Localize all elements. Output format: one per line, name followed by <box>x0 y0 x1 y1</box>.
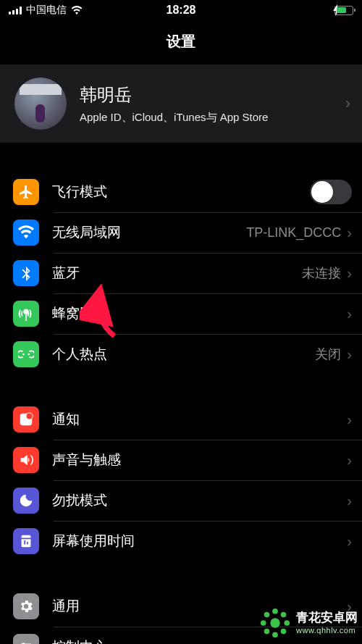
wifi-row[interactable]: 无线局域网TP-LINK_DCCC› <box>0 212 362 253</box>
signal-icon <box>9 6 22 14</box>
general-icon <box>13 593 39 619</box>
hotspot-row[interactable]: 个人热点关闭› <box>0 334 362 375</box>
hotspot-value: 关闭 <box>315 346 341 363</box>
screentime-icon <box>13 528 39 554</box>
cellular-icon <box>13 301 39 327</box>
screentime-row[interactable]: 屏幕使用时间› <box>0 521 362 561</box>
chevron-right-icon: › <box>345 94 350 113</box>
notifications-icon <box>13 406 39 432</box>
status-left: 中国电信 <box>9 4 83 17</box>
svg-point-8 <box>281 629 287 635</box>
carrier-label: 中国电信 <box>26 4 67 17</box>
dnd-row[interactable]: 勿扰模式› <box>0 480 362 521</box>
bluetooth-value: 未连接 <box>302 264 341 282</box>
sounds-row[interactable]: 声音与触感› <box>0 440 362 480</box>
account-row[interactable]: 韩明岳 Apple ID、iCloud、iTunes与 App Store › <box>0 64 362 143</box>
chevron-right-icon: › <box>347 411 352 428</box>
wifi-status-icon <box>71 4 83 17</box>
settings-group: 通知›声音与触感›勿扰模式›屏幕使用时间› <box>0 399 362 561</box>
airplane-label: 飞行模式 <box>52 183 310 201</box>
watermark-brand: 青花安卓网 <box>296 611 358 625</box>
screentime-label: 屏幕使用时间 <box>52 532 347 551</box>
watermark-url: www.qhhlv.com <box>296 626 358 635</box>
svg-point-1 <box>272 609 278 614</box>
avatar <box>14 78 67 130</box>
battery-icon <box>334 6 353 15</box>
account-name: 韩明岳 <box>80 83 332 106</box>
notifications-row[interactable]: 通知› <box>0 399 362 440</box>
chevron-right-icon: › <box>347 265 352 282</box>
account-subtitle: Apple ID、iCloud、iTunes与 App Store <box>80 111 332 125</box>
svg-point-2 <box>272 632 278 637</box>
airplane-toggle[interactable] <box>310 180 352 204</box>
notifications-label: 通知 <box>52 410 347 429</box>
chevron-right-icon: › <box>347 452 352 469</box>
page-title: 设置 <box>0 20 362 64</box>
wifi-icon <box>13 219 39 246</box>
svg-point-7 <box>264 629 270 635</box>
hotspot-label: 个人热点 <box>52 345 315 364</box>
dnd-icon <box>13 488 39 514</box>
status-bar: 中国电信 18:28 <box>0 0 362 20</box>
chevron-right-icon: › <box>347 533 352 550</box>
settings-group: 飞行模式无线局域网TP-LINK_DCCC›蓝牙未连接›蜂窝网络›个人热点关闭› <box>0 172 362 375</box>
controlcenter-icon <box>13 634 39 644</box>
cellular-label: 蜂窝网络 <box>52 304 347 323</box>
airplane-row[interactable]: 飞行模式 <box>0 172 362 212</box>
bluetooth-icon <box>13 260 39 286</box>
svg-point-0 <box>270 618 279 627</box>
chevron-right-icon: › <box>347 493 352 509</box>
bluetooth-label: 蓝牙 <box>52 264 302 283</box>
bluetooth-row[interactable]: 蓝牙未连接› <box>0 253 362 293</box>
chevron-right-icon: › <box>347 306 352 322</box>
wifi-label: 无线局域网 <box>52 223 246 242</box>
watermark: 青花安卓网 www.qhhlv.com <box>258 606 358 640</box>
sounds-label: 声音与触感 <box>52 451 347 469</box>
hotspot-icon <box>13 341 39 367</box>
svg-point-6 <box>281 612 287 618</box>
chevron-right-icon: › <box>347 225 352 241</box>
dnd-label: 勿扰模式 <box>52 491 347 510</box>
sounds-icon <box>13 447 39 473</box>
wifi-value: TP-LINK_DCCC <box>246 225 341 241</box>
airplane-icon <box>13 179 39 205</box>
watermark-logo-icon <box>258 606 292 640</box>
svg-point-5 <box>264 612 270 618</box>
account-text: 韩明岳 Apple ID、iCloud、iTunes与 App Store <box>80 83 332 125</box>
cellular-row[interactable]: 蜂窝网络› <box>0 293 362 334</box>
svg-point-3 <box>261 620 266 626</box>
status-right <box>334 6 353 15</box>
chevron-right-icon: › <box>347 346 352 363</box>
svg-point-4 <box>284 620 290 626</box>
